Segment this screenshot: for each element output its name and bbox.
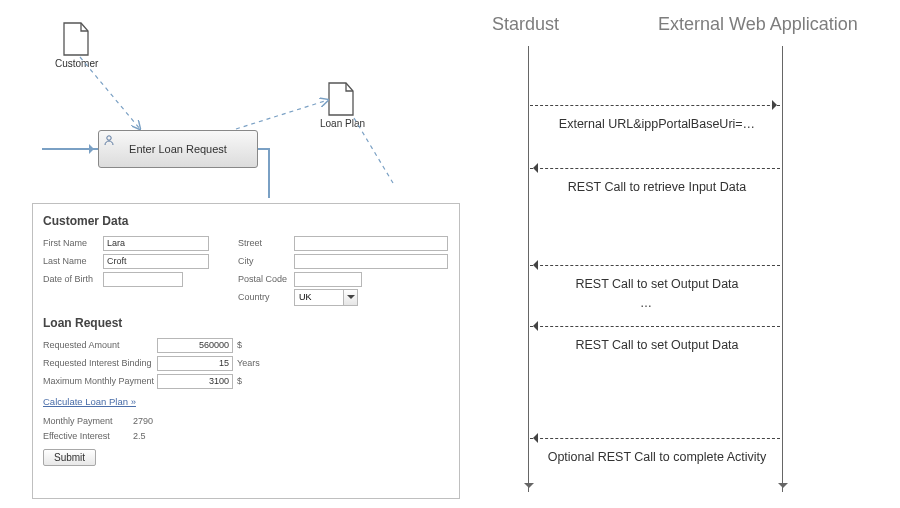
sequence-flow-out	[268, 148, 270, 198]
unit-years: Years	[237, 358, 260, 368]
label-first-name: First Name	[43, 238, 103, 248]
label-monthly-payment: Monthly Payment	[43, 416, 133, 426]
seq-msg-5: Optional REST Call to complete Activity	[535, 450, 779, 464]
seq-ellipsis: …	[640, 296, 652, 310]
loanplan-doc-label: Loan Plan	[320, 118, 365, 129]
svg-point-3	[107, 136, 111, 140]
seq-msg-2: REST Call to retrieve Input Data	[535, 180, 779, 194]
seq-arrow	[530, 105, 780, 106]
seq-msg-4: REST Call to set Output Data	[535, 338, 779, 352]
dob-input[interactable]	[103, 272, 183, 287]
lifeline-title-external-app: External Web Application	[658, 14, 858, 35]
label-postal: Postal Code	[238, 274, 294, 284]
label-dob: Date of Birth	[43, 274, 103, 284]
lifeline-external-app	[782, 46, 783, 492]
seq-arrow	[530, 326, 780, 327]
label-last-name: Last Name	[43, 256, 103, 266]
activity-label: Enter Loan Request	[129, 143, 227, 155]
unit-dollar: $	[237, 340, 242, 350]
section-loan-request: Loan Request	[43, 316, 449, 330]
label-effective-interest: Effective Interest	[43, 431, 133, 441]
calculate-loan-plan-link[interactable]: Calculate Loan Plan »	[43, 396, 136, 407]
lifeline-title-stardust: Stardust	[492, 14, 559, 35]
first-name-input[interactable]	[103, 236, 209, 251]
value-effective-interest: 2.5	[133, 431, 146, 441]
last-name-input[interactable]	[103, 254, 209, 269]
seq-arrow	[530, 438, 780, 439]
activity-enter-loan-request: Enter Loan Request	[98, 130, 258, 168]
seq-msg-3: REST Call to set Output Data	[535, 277, 779, 291]
postal-input[interactable]	[294, 272, 362, 287]
country-select[interactable]: UK	[294, 289, 358, 306]
street-input[interactable]	[294, 236, 448, 251]
section-customer-data: Customer Data	[43, 214, 449, 228]
submit-button[interactable]: Submit	[43, 449, 96, 466]
seq-arrow	[530, 168, 780, 169]
customer-doc-label: Customer	[55, 58, 98, 69]
label-req-binding: Requested Interest Binding	[43, 358, 157, 368]
city-input[interactable]	[294, 254, 448, 269]
seq-arrow	[530, 265, 780, 266]
sequence-flow-in	[42, 148, 98, 150]
label-max-pay: Maximum Monthly Payment	[43, 376, 157, 386]
max-payment-input[interactable]	[157, 374, 233, 389]
seq-msg-1: External URL&ippPortalBaseUri=…	[535, 117, 779, 131]
document-icon	[328, 82, 354, 116]
label-country: Country	[238, 292, 294, 302]
document-icon	[63, 22, 89, 56]
requested-amount-input[interactable]	[157, 338, 233, 353]
label-street: Street	[238, 238, 294, 248]
svg-line-1	[236, 100, 328, 129]
unit-dollar: $	[237, 376, 242, 386]
user-task-icon	[103, 134, 115, 146]
requested-binding-input[interactable]	[157, 356, 233, 371]
label-req-amount: Requested Amount	[43, 340, 157, 350]
value-monthly-payment: 2790	[133, 416, 153, 426]
form-panel: Customer Data First Name Street Last Nam…	[32, 203, 460, 499]
label-city: City	[238, 256, 294, 266]
